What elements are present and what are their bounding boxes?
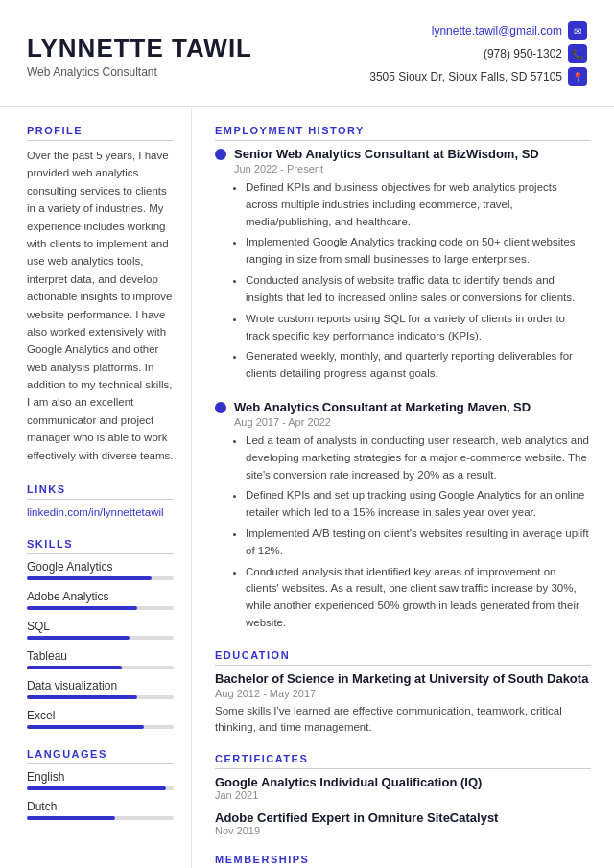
language-bar-fill — [27, 816, 115, 820]
certificates-title: CERTIFICATES — [215, 753, 591, 769]
email-icon: ✉ — [568, 21, 587, 40]
skill-name: Google Analytics — [27, 560, 174, 574]
employment-section: EMPLOYMENT HISTORY Senior Web Analytics … — [215, 125, 591, 632]
languages-list: English Dutch — [27, 770, 174, 820]
body: PROFILE Over the past 5 years, I have pr… — [0, 107, 614, 868]
education-title: EDUCATION — [215, 649, 591, 666]
phone-row: (978) 950-1302 📞 — [369, 44, 587, 63]
employment-title: EMPLOYMENT HISTORY — [215, 125, 591, 141]
skill-item: Excel — [27, 709, 174, 729]
links-section: LINKS linkedin.com/in/lynnettetawil — [27, 483, 174, 519]
job-bullets: Defined KPIs and business objectives for… — [234, 179, 591, 383]
header: LYNNETTE TAWIL Web Analytics Consultant … — [0, 0, 614, 107]
skill-item: SQL — [27, 620, 174, 640]
job-bullet: Defined KPIs and business objectives for… — [246, 179, 591, 230]
skill-bar-fill — [27, 666, 122, 669]
language-bar-bg — [27, 786, 174, 790]
edu-title: Bachelor of Science in Marketing at Univ… — [215, 671, 591, 686]
skill-item: Data visualization — [27, 679, 174, 699]
certificate-item: Google Analytics Individual Qualificatio… — [215, 775, 591, 801]
skill-name: Adobe Analytics — [27, 590, 174, 603]
profile-text: Over the past 5 years, I have provided w… — [27, 147, 174, 464]
candidate-title: Web Analytics Consultant — [27, 65, 252, 79]
language-bar-bg — [27, 816, 174, 820]
job-dot — [215, 402, 226, 413]
job-item: Web Analytics Consultant at Marketing Ma… — [215, 400, 591, 632]
skill-item: Adobe Analytics — [27, 590, 174, 610]
skill-name: Data visualization — [27, 679, 174, 692]
skill-bar-fill — [27, 576, 152, 580]
job-header: Web Analytics Consultant at Marketing Ma… — [215, 400, 591, 414]
job-bullets: Led a team of analysts in conducting use… — [234, 433, 591, 632]
skills-list: Google Analytics Adobe Analytics SQL Tab… — [27, 560, 174, 729]
profile-title: PROFILE — [27, 125, 174, 141]
job-header: Senior Web Analytics Consultant at BizWi… — [215, 147, 591, 161]
language-item: Dutch — [27, 800, 174, 820]
email-link[interactable]: lynnette.tawil@gmail.com — [432, 24, 562, 37]
education-section: EDUCATION Bachelor of Science in Marketi… — [215, 649, 591, 737]
skill-bar-bg — [27, 636, 174, 640]
skills-section: SKILLS Google Analytics Adobe Analytics … — [27, 538, 174, 729]
languages-section: LANGUAGES English Dutch — [27, 748, 174, 820]
skill-bar-fill — [27, 725, 144, 729]
header-right: lynnette.tawil@gmail.com ✉ (978) 950-130… — [369, 21, 587, 90]
skill-bar-fill — [27, 695, 137, 699]
certificates-section: CERTIFICATES Google Analytics Individual… — [215, 753, 591, 836]
skill-name: Tableau — [27, 649, 174, 663]
education-item: Bachelor of Science in Marketing at Univ… — [215, 671, 591, 737]
phone-icon: 📞 — [568, 44, 587, 63]
links-title: LINKS — [27, 483, 174, 500]
linkedin-link[interactable]: linkedin.com/in/lynnettetawil — [27, 506, 164, 518]
language-item: English — [27, 770, 174, 790]
languages-title: LANGUAGES — [27, 748, 174, 764]
memberships-section: MEMBERSHIPS American Marketing Associati… — [215, 854, 591, 868]
language-name: English — [27, 770, 174, 784]
candidate-name: LYNNETTE TAWIL — [27, 34, 252, 63]
cert-date: Nov 2019 — [215, 825, 591, 836]
address-text: 3505 Sioux Dr, Sioux Falls, SD 57105 — [369, 70, 562, 83]
skill-name: Excel — [27, 709, 174, 722]
job-bullet: Generated weekly, monthly, and quarterly… — [246, 348, 591, 383]
job-bullet: Implemented A/B testing on client's webs… — [246, 526, 591, 560]
profile-section: PROFILE Over the past 5 years, I have pr… — [27, 125, 174, 464]
job-dot — [215, 149, 226, 160]
phone-text: (978) 950-1302 — [484, 47, 562, 60]
skill-bar-bg — [27, 666, 174, 669]
job-bullet: Conducted analysis that identified key a… — [246, 564, 591, 632]
skill-bar-fill — [27, 636, 130, 640]
job-title: Web Analytics Consultant at Marketing Ma… — [234, 400, 531, 414]
job-bullet: Defined KPIs and set up tracking using G… — [246, 487, 591, 522]
job-item: Senior Web Analytics Consultant at BizWi… — [215, 147, 591, 383]
language-bar-fill — [27, 786, 166, 790]
education-list: Bachelor of Science in Marketing at Univ… — [215, 671, 591, 737]
resume-page: LYNNETTE TAWIL Web Analytics Consultant … — [0, 0, 614, 868]
language-name: Dutch — [27, 800, 174, 813]
jobs-list: Senior Web Analytics Consultant at BizWi… — [215, 147, 591, 632]
skill-bar-fill — [27, 606, 137, 610]
cert-title: Google Analytics Individual Qualificatio… — [215, 775, 591, 789]
skill-name: SQL — [27, 620, 174, 633]
header-left: LYNNETTE TAWIL Web Analytics Consultant — [27, 34, 252, 79]
job-date: Aug 2017 - Apr 2022 — [234, 416, 591, 428]
edu-desc: Some skills I've learned are effective c… — [215, 703, 591, 737]
skill-item: Google Analytics — [27, 560, 174, 580]
job-title: Senior Web Analytics Consultant at BizWi… — [234, 147, 539, 161]
skill-bar-bg — [27, 695, 174, 699]
main-content: EMPLOYMENT HISTORY Senior Web Analytics … — [192, 107, 614, 868]
skill-bar-bg — [27, 725, 174, 729]
job-bullet: Led a team of analysts in conducting use… — [246, 433, 591, 483]
skill-bar-bg — [27, 606, 174, 610]
location-icon: 📍 — [568, 67, 587, 86]
address-row: 3505 Sioux Dr, Sioux Falls, SD 57105 📍 — [369, 67, 587, 86]
sidebar: PROFILE Over the past 5 years, I have pr… — [0, 107, 192, 868]
edu-date: Aug 2012 - May 2017 — [215, 688, 591, 699]
job-date: Jun 2022 - Present — [234, 163, 591, 175]
memberships-title: MEMBERSHIPS — [215, 854, 591, 868]
certificate-item: Adobe Certified Expert in Omniture SiteC… — [215, 810, 591, 836]
job-bullet: Implemented Google Analytics tracking co… — [246, 234, 591, 269]
email-row: lynnette.tawil@gmail.com ✉ — [369, 21, 587, 40]
skills-title: SKILLS — [27, 538, 174, 554]
job-bullet: Wrote custom reports using SQL for a var… — [246, 311, 591, 345]
job-bullet: Conducted analysis of website traffic da… — [246, 272, 591, 307]
certificates-list: Google Analytics Individual Qualificatio… — [215, 775, 591, 836]
